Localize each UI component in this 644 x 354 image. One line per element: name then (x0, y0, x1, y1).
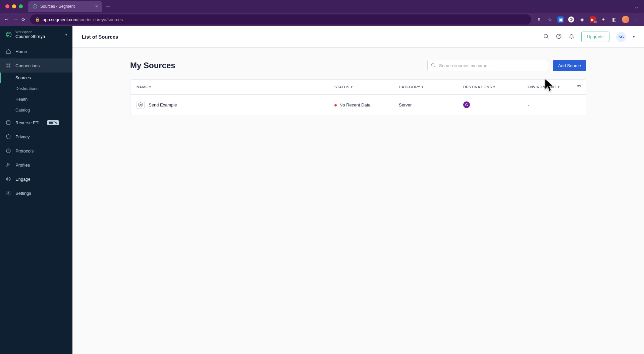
upgrade-button[interactable]: Upgrade (581, 32, 609, 42)
sidebar-item-label: Health (15, 97, 28, 102)
url-path: /courier-shreya/sources (77, 17, 123, 22)
sidebar-item-label: Reverse ETL (15, 120, 41, 125)
home-icon (5, 48, 11, 54)
window-controls (5, 4, 23, 8)
svg-point-5 (9, 67, 10, 68)
reload-button[interactable]: ⟳ (21, 17, 25, 22)
extensions-puzzle-icon[interactable]: ✦ (600, 16, 606, 23)
workspace-name: Courier-Shreya (15, 34, 62, 39)
sidebar-item-label: Destinations (15, 86, 39, 91)
chrome-menu-icon[interactable]: ⋮ (634, 16, 640, 23)
sidebar-item-settings[interactable]: Settings (0, 186, 72, 200)
sidebar-item-label: Privacy (15, 134, 30, 139)
sidebar-item-catalog[interactable]: Catalog (15, 105, 72, 116)
user-avatar[interactable]: SG (616, 32, 626, 42)
help-icon[interactable] (556, 33, 562, 41)
sidebar: Workspace Courier-Shreya ▾ Home Connecti… (0, 26, 72, 354)
extension-badge-count: 26 (594, 20, 597, 24)
window-close-button[interactable] (5, 4, 9, 8)
url-bar[interactable]: 🔒 app.segment.com/courier-shreya/sources (30, 14, 531, 25)
gear-icon (5, 190, 11, 196)
chevron-down-icon: ▾ (65, 33, 67, 37)
window-minimize-button[interactable] (12, 4, 16, 8)
sidebar-item-label: Profiles (15, 163, 30, 168)
destination-icon: C (463, 101, 470, 108)
beta-badge: BETA (47, 120, 59, 125)
sidebar-item-home[interactable]: Home (0, 44, 72, 58)
sidebar-item-label: Protocols (15, 148, 34, 153)
svg-point-11 (6, 177, 10, 181)
browser-tab[interactable]: Sources - Segment × (28, 1, 102, 12)
svg-point-2 (7, 64, 8, 65)
search-icon[interactable] (543, 33, 549, 41)
forward-button[interactable]: → (13, 16, 19, 23)
profiles-icon (5, 162, 11, 168)
sidebar-item-destinations[interactable]: Destinations (15, 83, 72, 94)
add-source-button[interactable]: Add Source (553, 60, 586, 71)
column-status[interactable]: STATUS▾ (334, 84, 399, 90)
source-name: Send Example (149, 102, 177, 107)
bell-icon[interactable] (569, 33, 575, 41)
sidebar-item-label: Engage (15, 177, 31, 182)
sidebar-item-label: Catalog (15, 108, 30, 113)
sidebar-item-protocols[interactable]: Protocols (0, 144, 72, 158)
new-tab-button[interactable]: + (103, 3, 113, 10)
column-settings[interactable] (568, 84, 581, 90)
back-button[interactable]: ← (4, 16, 9, 23)
shield-icon (5, 134, 11, 140)
sidebar-item-label: Settings (15, 191, 31, 196)
sidebar-item-sources[interactable]: Sources (15, 73, 72, 83)
connections-icon (5, 62, 11, 69)
extension-badge-icon[interactable]: ▶26 (590, 16, 596, 23)
workspace-selector[interactable]: Workspace Courier-Shreya ▾ (0, 26, 72, 43)
main: List of Sources Upgrade SG ▾ My Sources … (72, 26, 644, 354)
avatar-chevron-icon[interactable]: ▾ (633, 35, 635, 39)
sidepanel-icon[interactable]: ◧ (611, 16, 617, 23)
protocols-icon (5, 148, 11, 154)
column-name[interactable]: NAME▾ (137, 84, 334, 90)
search-input-icon (431, 63, 435, 69)
sort-icon: ▾ (558, 85, 559, 89)
tabs-chevron-icon[interactable]: ⌄ (634, 3, 641, 10)
svg-point-3 (9, 64, 10, 65)
sidebar-item-privacy[interactable]: Privacy (0, 130, 72, 144)
table-header: NAME▾ STATUS▾ CATEGORY▾ DESTINATIONS▾ EN… (130, 80, 586, 95)
sidebar-item-label: Sources (15, 76, 31, 80)
lock-icon: 🔒 (35, 17, 40, 22)
chrome-profile-avatar[interactable] (622, 16, 629, 23)
svg-point-4 (7, 67, 8, 68)
svg-text:JS: JS (140, 104, 142, 106)
column-settings-icon (577, 84, 581, 90)
svg-point-1 (6, 32, 11, 37)
category-value: Server (399, 102, 463, 107)
svg-point-15 (431, 63, 434, 66)
share-icon[interactable]: ⇪ (536, 16, 542, 23)
status-text: No Recent Data (339, 102, 371, 107)
column-category[interactable]: CATEGORY▾ (399, 84, 463, 90)
svg-point-9 (9, 164, 10, 165)
svg-point-6 (7, 121, 10, 122)
column-destinations[interactable]: DESTINATIONS▾ (463, 84, 528, 90)
extension-zoom-icon[interactable]: ▣ (557, 16, 564, 23)
tab-close-icon[interactable]: × (95, 4, 98, 9)
extension-generic-icon[interactable]: ◆ (579, 16, 585, 23)
sidebar-item-health[interactable]: Health (15, 94, 72, 105)
workspace-label: Workspace (15, 30, 62, 34)
table-row[interactable]: JS Send Example No Recent Data Server C … (130, 95, 586, 115)
sidebar-item-connections[interactable]: Connections (0, 58, 72, 73)
extension-onepassword-icon[interactable]: ① (568, 16, 574, 23)
url-host: app.segment.com (43, 17, 77, 22)
column-environment[interactable]: ENVIRONMENT▾ (528, 84, 568, 90)
sort-icon: ▾ (493, 85, 495, 89)
svg-point-12 (8, 192, 9, 194)
sidebar-item-profiles[interactable]: Profiles (0, 158, 72, 172)
sources-table: NAME▾ STATUS▾ CATEGORY▾ DESTINATIONS▾ EN… (130, 79, 586, 115)
sidebar-item-engage[interactable]: Engage (0, 172, 72, 186)
search-box (427, 60, 548, 71)
sidebar-item-reverse-etl[interactable]: Reverse ETL BETA (0, 116, 72, 130)
bookmark-icon[interactable]: ☆ (547, 16, 553, 23)
status-dot-icon (334, 104, 337, 106)
search-input[interactable] (427, 60, 548, 71)
window-maximize-button[interactable] (19, 4, 23, 8)
svg-point-8 (7, 163, 8, 165)
